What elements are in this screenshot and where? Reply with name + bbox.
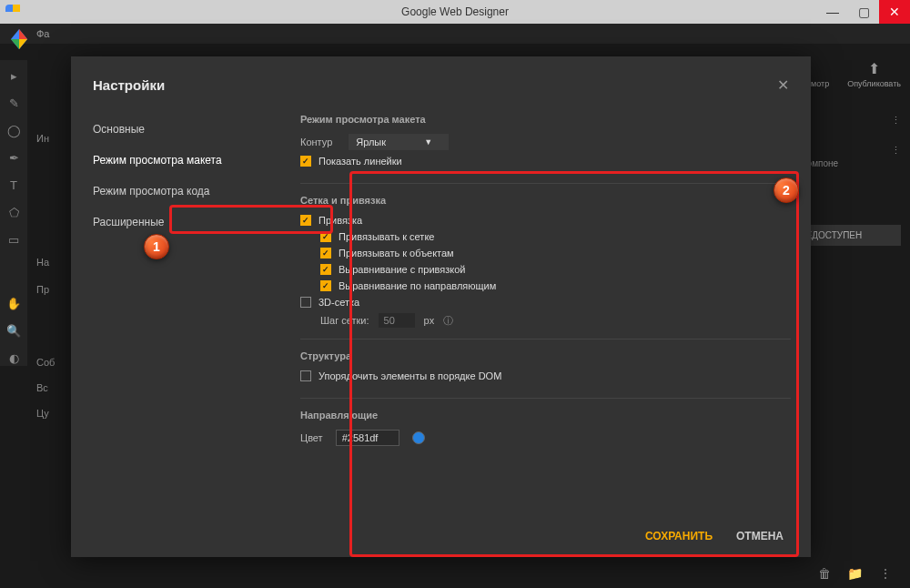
guide-color-input[interactable]: [336, 430, 399, 446]
pen-tool-icon[interactable]: ✒: [6, 151, 21, 166]
selection-tool-icon[interactable]: ▸: [6, 69, 21, 84]
dom-order-checkbox[interactable]: [300, 370, 311, 381]
brush-tool-icon[interactable]: ✎: [6, 96, 21, 111]
snap-objects-checkbox[interactable]: [320, 248, 331, 259]
panel-sob: Соб: [36, 357, 55, 368]
more-icon[interactable]: ⋮: [879, 566, 892, 581]
panel-vs: Вс: [36, 382, 48, 393]
grid-step-unit: px: [424, 315, 435, 326]
snap-align-label: Выравнивание с привязкой: [339, 264, 465, 275]
sidebar-item-layout-view[interactable]: Режим просмотра макета: [71, 145, 280, 176]
guide-color-label: Цвет: [300, 432, 323, 443]
settings-dialog: Настройки ✕ Основные Режим просмотра мак…: [71, 56, 811, 557]
minimize-button[interactable]: —: [817, 0, 848, 24]
dialog-sidebar: Основные Режим просмотра макета Режим пр…: [71, 105, 280, 498]
close-button[interactable]: ✕: [879, 0, 910, 24]
sidebar-item-code-view[interactable]: Режим просмотра кода: [71, 176, 280, 207]
grid-step-input[interactable]: [379, 313, 415, 328]
show-rulers-checkbox[interactable]: [300, 156, 311, 167]
dialog-content: Режим просмотра макета Контур Ярлык ▼ По…: [280, 105, 811, 498]
snap-guides-checkbox[interactable]: [320, 280, 331, 291]
outline-select[interactable]: Ярлык ▼: [349, 134, 449, 150]
maximize-button[interactable]: ▢: [848, 0, 879, 24]
tag-tool-icon[interactable]: ⬠: [6, 206, 21, 220]
section-structure-title: Структура: [300, 350, 791, 361]
snap-guides-label: Выравнивание по направляющим: [339, 280, 496, 291]
panel-inst: Ин: [36, 133, 49, 144]
annotation-callout-2: 2: [774, 177, 799, 203]
left-toolbar: ▸ ✎ ◯ ✒ T ⬠ ▭ ✋ 🔍 ◐: [0, 60, 27, 366]
window-controls: — ▢ ✕: [817, 0, 910, 24]
snap-grid-checkbox[interactable]: [320, 231, 331, 242]
hand-tool-icon[interactable]: ✋: [6, 297, 21, 311]
save-button[interactable]: СОХРАНИТЬ: [645, 530, 713, 542]
snap-grid-label: Привязывать к сетке: [339, 231, 434, 242]
window-title: Google Web Designer: [401, 5, 509, 18]
menubar: Фа: [0, 24, 910, 44]
menu-file[interactable]: Фа: [36, 28, 49, 39]
outline-label: Контур: [300, 137, 332, 147]
dialog-close-icon[interactable]: ✕: [777, 76, 789, 94]
shape-tool-icon[interactable]: ◯: [6, 124, 21, 138]
dialog-title: Настройки: [93, 77, 165, 93]
panel-na: На: [36, 257, 49, 268]
text-tool-icon[interactable]: T: [6, 178, 21, 193]
app-icon: [5, 5, 20, 19]
help-icon[interactable]: ⓘ: [443, 314, 453, 328]
snap-checkbox[interactable]: [300, 215, 311, 226]
grid-3d-checkbox[interactable]: [300, 297, 311, 308]
rect-tool-icon[interactable]: ▭: [6, 233, 21, 248]
bottom-icons: 🗑 📁 ⋮: [818, 566, 892, 581]
guide-color-swatch[interactable]: [412, 431, 425, 444]
snap-objects-label: Привязывать к объектам: [339, 248, 454, 259]
upload-icon: ⬆: [847, 60, 901, 77]
snap-align-checkbox[interactable]: [320, 264, 331, 275]
dom-order-label: Упорядочить элементы в порядке DOM: [318, 370, 501, 381]
sidebar-item-basic[interactable]: Основные: [71, 114, 280, 145]
app-logo: [7, 27, 31, 51]
grid-step-label: Шаг сетки:: [320, 315, 369, 326]
panel-pr: Пр: [36, 284, 49, 295]
window-titlebar: Google Web Designer — ▢ ✕: [0, 0, 910, 24]
zoom-tool-icon[interactable]: 🔍: [6, 324, 21, 339]
section-grid-title: Сетка и привязка: [300, 195, 791, 206]
chevron-down-icon: ▼: [424, 137, 432, 147]
show-rulers-label: Показать линейки: [318, 156, 402, 167]
trash-icon[interactable]: 🗑: [818, 566, 831, 581]
annotation-callout-1: 1: [144, 234, 169, 259]
section-guides-title: Направляющие: [300, 410, 791, 421]
publish-button[interactable]: ⬆ Опубликовать: [847, 60, 901, 88]
sidebar-item-advanced[interactable]: Расширенные: [71, 207, 280, 238]
snap-label: Привязка: [318, 215, 362, 226]
folder-icon[interactable]: 📁: [847, 566, 863, 581]
color-tool-icon[interactable]: ◐: [6, 351, 21, 366]
panel-cu: Цу: [36, 408, 49, 419]
section-layout-title: Режим просмотра макета: [300, 114, 791, 125]
grid-3d-label: 3D-сетка: [318, 297, 359, 308]
cancel-button[interactable]: ОТМЕНА: [736, 530, 784, 542]
